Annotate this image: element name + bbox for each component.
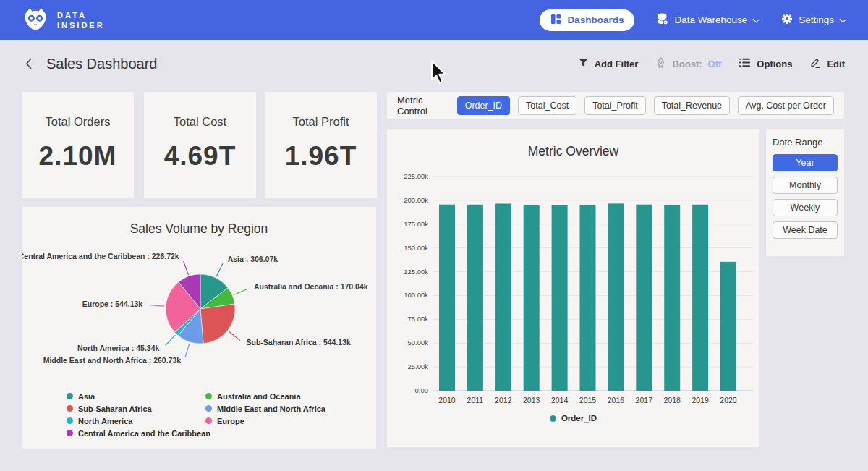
kpi-label: Total Orders (22, 115, 134, 129)
legend-item-asia[interactable]: Asia (67, 392, 205, 401)
kpi-value: 1.96T (265, 141, 377, 171)
x-axis-label-2014: 2014 (551, 396, 569, 404)
y-axis-tick: 175.00k (404, 220, 428, 228)
x-axis-label-2012: 2012 (495, 396, 512, 404)
legend-dot (67, 430, 73, 436)
back-button[interactable] (23, 57, 35, 70)
legend-dot (67, 417, 73, 424)
pie-chart: Asia : 306.07kAustralia and Oceania : 17… (22, 237, 376, 381)
boost-value: Off (708, 59, 722, 69)
kpi-card-total-cost: Total Cost 4.69T (144, 92, 256, 198)
pie-chart-card: Sales Volume by Region Asia : 306.07kAus… (22, 207, 376, 449)
bar-2019[interactable] (692, 205, 708, 391)
kpi-card-total-orders: Total Orders 2.10M (22, 92, 134, 198)
header-actions: Add Filter Boost: Off (578, 56, 845, 71)
top-navigation: Dashboards Data Warehouse (540, 9, 846, 31)
bar-chart: 0.0025.00k50.00k75.00k100.00k125.00k150.… (387, 162, 760, 408)
date-range-option-monthly[interactable]: Monthly (773, 177, 838, 194)
legend-item-australia-and-oceania[interactable]: Australia and Oceania (205, 392, 376, 401)
metric-control-label: Metric Control (397, 95, 447, 116)
y-axis-tick: 0.00 (415, 386, 429, 394)
page-header: Sales Dashboard Add Filter Boost: Off (0, 40, 868, 88)
y-axis-tick: 225.00k (404, 172, 428, 180)
date-range-option-year[interactable]: Year (773, 154, 838, 171)
kpi-value: 2.10M (22, 141, 134, 171)
add-filter-button[interactable]: Add Filter (578, 57, 639, 70)
legend-item-europe[interactable]: Europe (205, 417, 376, 425)
bar-2020[interactable] (720, 262, 736, 391)
bar-2015[interactable] (580, 205, 596, 391)
date-range-buttons: YearMonthlyWeeklyWeek Date (773, 154, 838, 239)
metric-option-order-id[interactable]: Order_ID (457, 96, 510, 115)
list-icon (739, 57, 751, 70)
pie-label-middle-east-and-north-africa: Middle East and North Africa : 260.73k (43, 356, 182, 365)
y-axis-tick: 100.00k (404, 291, 428, 299)
legend-item-north-america[interactable]: North America (67, 417, 205, 425)
edit-label: Edit (827, 59, 845, 69)
bar-2016[interactable] (608, 203, 624, 391)
pie-label-north-america: North America : 45.34k (77, 344, 160, 352)
pie-label-australia-and-oceania: Australia and Oceania : 170.04k (254, 282, 368, 291)
date-range-option-weekly[interactable]: Weekly (773, 199, 838, 216)
metric-option-total-cost[interactable]: Total_Cost (518, 96, 576, 115)
brand[interactable]: DATA INSIDER (22, 5, 105, 35)
bar-2018[interactable] (664, 205, 680, 391)
legend-dot (67, 405, 73, 412)
legend-label: Australia and Oceania (217, 392, 301, 401)
bar-legend[interactable]: Order_ID (387, 414, 760, 423)
options-label: Options (757, 59, 792, 69)
pie-label-sub-saharan-africa: Sub-Saharan Africa : 544.13k (247, 338, 351, 347)
pie-legend: AsiaSub-Saharan AfricaNorth AmericaCentr… (67, 390, 376, 439)
nav-data-warehouse[interactable]: Data Warehouse (656, 12, 760, 27)
x-axis-label-2016: 2016 (608, 396, 625, 404)
bar-chart-card: Metric Overview 0.0025.00k50.00k75.00k10… (387, 129, 760, 447)
filter-icon (578, 57, 589, 70)
page-title: Sales Dashboard (46, 56, 157, 72)
x-axis-label-2017: 2017 (636, 396, 653, 404)
bar-2017[interactable] (636, 205, 652, 391)
kpi-value: 4.69T (144, 141, 256, 171)
legend-dot (550, 415, 556, 422)
legend-item-middle-east-and-north-africa[interactable]: Middle East and North Africa (205, 404, 376, 413)
nav-settings-label: Settings (799, 14, 834, 25)
nav-settings[interactable]: Settings (781, 13, 846, 27)
pie-slice-sub-saharan-africa[interactable] (200, 304, 235, 344)
legend-dot (205, 417, 212, 424)
y-axis-tick: 150.00k (404, 244, 428, 252)
metric-control-buttons: Order_IDTotal_CostTotal_ProfitTotal_Reve… (457, 96, 834, 115)
legend-dot (205, 405, 212, 412)
x-axis-label-2015: 2015 (579, 396, 597, 404)
bar-2012[interactable] (495, 203, 511, 391)
database-icon (656, 12, 668, 27)
metric-option-avg-cost-per-order[interactable]: Avg. Cost per Order (738, 96, 834, 115)
date-range-option-week-date[interactable]: Week Date (773, 221, 838, 239)
metric-option-total-revenue[interactable]: Total_Revenue (654, 96, 730, 115)
bar-2014[interactable] (552, 205, 568, 391)
pencil-icon (809, 56, 821, 71)
x-axis-label-2013: 2013 (523, 396, 540, 404)
brand-name: DATA INSIDER (57, 10, 105, 30)
legend-dot (205, 393, 212, 399)
legend-label: Europe (217, 417, 244, 425)
bar-2013[interactable] (524, 205, 540, 391)
legend-dot (67, 393, 73, 399)
y-axis-tick: 200.00k (404, 196, 428, 204)
x-axis-label-2011: 2011 (467, 396, 484, 404)
pie-label-central-america-and-the-caribbean: Central America and the Caribbean : 226.… (22, 252, 179, 260)
bar-2011[interactable] (467, 205, 483, 391)
boost-toggle[interactable]: Boost: Off (655, 57, 721, 71)
legend-item-sub-saharan-africa[interactable]: Sub-Saharan Africa (67, 404, 205, 413)
bar-2010[interactable] (439, 205, 455, 391)
legend-label: Middle East and North Africa (217, 404, 326, 413)
nav-dashboards-button[interactable]: Dashboards (540, 9, 634, 31)
legend-item-central-america-and-the-caribbean[interactable]: Central America and the Caribbean (67, 429, 205, 438)
legend-label: Order_ID (561, 414, 597, 423)
nav-dashboards-label: Dashboards (567, 14, 624, 25)
metric-option-total-profit[interactable]: Total_Profit (584, 96, 646, 115)
options-button[interactable]: Options (739, 57, 792, 70)
edit-button[interactable]: Edit (809, 56, 845, 71)
owl-logo-icon (22, 5, 49, 35)
chevron-down-icon (753, 15, 760, 22)
kpi-label: Total Profit (265, 115, 377, 129)
legend-label: North America (78, 417, 132, 425)
